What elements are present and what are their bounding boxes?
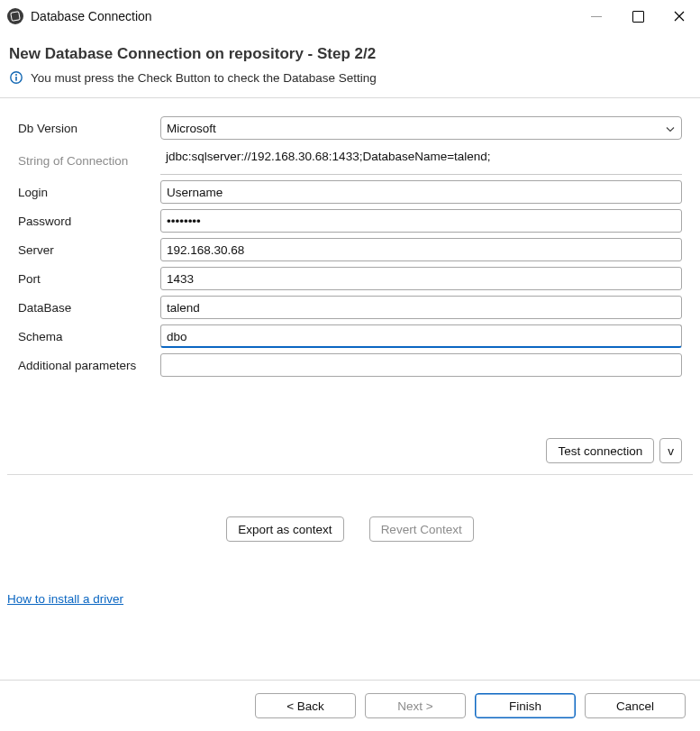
login-label: Login	[18, 185, 160, 199]
conn-string-field: jdbc:sqlserver://192.168.30.68:1433;Data…	[160, 145, 682, 175]
window-maximize-button[interactable]	[617, 0, 659, 32]
info-icon	[9, 70, 23, 85]
conn-string-label: String of Connection	[18, 153, 160, 168]
login-input[interactable]	[160, 180, 682, 204]
db-version-label: Db Version	[18, 121, 160, 135]
titlebar: Database Connection	[0, 0, 700, 32]
driver-link-row: How to install a driver	[0, 567, 700, 606]
install-driver-link[interactable]: How to install a driver	[7, 592, 123, 606]
form-area: Db Version Microsoft String of Connectio…	[0, 98, 700, 377]
revert-context-button[interactable]: Revert Context	[369, 516, 474, 542]
additional-params-input[interactable]	[160, 353, 682, 377]
cancel-button[interactable]: Cancel	[585, 693, 686, 718]
window-minimize-button[interactable]	[576, 0, 617, 32]
schema-label: Schema	[18, 329, 160, 343]
app-icon	[7, 8, 23, 24]
wizard-banner: New Database Connection on repository - …	[0, 32, 700, 98]
test-connection-dropdown-button[interactable]: v	[659, 438, 682, 463]
wizard-title: New Database Connection on repository - …	[9, 45, 691, 63]
window-title: Database Connection	[31, 9, 152, 23]
password-label: Password	[18, 214, 160, 228]
export-as-context-button[interactable]: Export as context	[226, 516, 343, 542]
back-button[interactable]: < Back	[255, 693, 356, 718]
wizard-footer: < Back Next > Finish Cancel	[0, 680, 700, 731]
password-input[interactable]	[160, 209, 682, 233]
next-button[interactable]: Next >	[365, 693, 466, 718]
db-version-select[interactable]: Microsoft	[160, 116, 682, 140]
svg-rect-2	[15, 77, 17, 81]
window-close-button[interactable]	[659, 0, 700, 32]
finish-button[interactable]: Finish	[475, 693, 576, 718]
close-icon	[674, 11, 685, 22]
test-connection-button[interactable]: Test connection	[546, 438, 654, 463]
port-input[interactable]	[160, 267, 682, 290]
wizard-info-text: You must press the Check Button to check…	[31, 71, 377, 85]
additional-params-label: Additional parameters	[18, 358, 160, 372]
schema-input[interactable]	[160, 324, 682, 348]
server-label: Server	[18, 242, 160, 257]
database-label: DataBase	[18, 300, 160, 315]
svg-point-1	[15, 74, 17, 76]
wizard-info-row: You must press the Check Button to check…	[9, 70, 691, 88]
port-label: Port	[18, 271, 160, 286]
server-input[interactable]	[160, 238, 682, 261]
context-button-row: Export as context Revert Context	[0, 475, 700, 567]
test-connection-row: Test connection v	[0, 438, 700, 474]
database-input[interactable]	[160, 296, 682, 319]
